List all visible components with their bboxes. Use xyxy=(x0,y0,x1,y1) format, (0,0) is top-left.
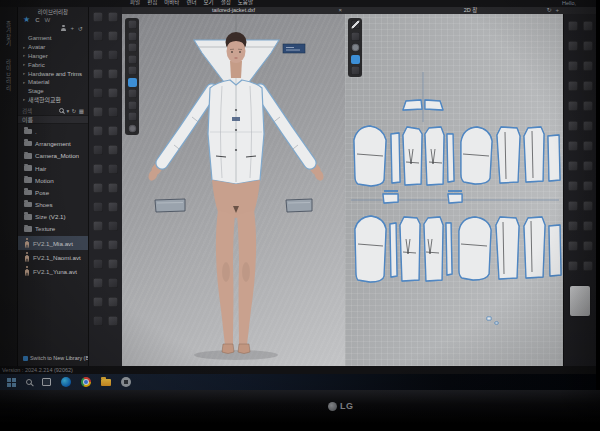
pattern-piece-row1[interactable] xyxy=(354,126,560,186)
search-icon[interactable] xyxy=(59,108,64,113)
pattern-tool-icon-26[interactable] xyxy=(583,261,593,271)
main-tool-icon-28[interactable] xyxy=(108,259,118,269)
folder-row[interactable]: Size (V2.1) xyxy=(18,211,88,223)
settings-app-icon[interactable] xyxy=(121,377,131,387)
avatar-file-row[interactable]: FV2.1_Naomi.avt xyxy=(18,250,88,264)
edge-icon[interactable] xyxy=(61,377,71,387)
view-grid-icon[interactable]: ▦ xyxy=(79,108,84,114)
refresh-2d-icon[interactable]: ↻ xyxy=(546,7,551,14)
workspace-icon[interactable]: W xyxy=(45,17,51,23)
display-toggle-icon-4[interactable] xyxy=(128,55,137,64)
search-dropdown-icon[interactable]: ▾ xyxy=(66,108,69,114)
main-tool-icon-20[interactable] xyxy=(108,183,118,193)
main-tool-icon-9[interactable] xyxy=(93,88,103,98)
pattern-tool-icon-4[interactable] xyxy=(583,41,593,51)
undo-icon[interactable]: ↺ xyxy=(78,25,83,32)
tab-close-icon[interactable]: × xyxy=(338,7,342,14)
pattern-tool-icon-8[interactable] xyxy=(583,81,593,91)
right-sleeve-piece[interactable] xyxy=(260,90,310,163)
folder-row[interactable]: Texture xyxy=(18,223,88,235)
library-tree-item[interactable]: ▸ Hanger xyxy=(23,52,86,61)
menu-item[interactable]: 렌더 xyxy=(186,0,196,5)
pattern-tool-icon-25[interactable] xyxy=(568,261,578,271)
library-tree-item[interactable]: ▸ Garment xyxy=(23,34,86,43)
main-tool-icon-19[interactable] xyxy=(93,183,103,193)
display-toggle-2d-icon-1[interactable] xyxy=(351,20,360,29)
pattern-tool-icon-9[interactable] xyxy=(568,101,578,111)
pattern-tool-icon-19[interactable] xyxy=(568,201,578,211)
pattern-tool-icon-14[interactable] xyxy=(583,141,593,151)
add-avatar-icon[interactable] xyxy=(60,25,66,31)
pattern-tool-icon-13[interactable] xyxy=(568,141,578,151)
main-tool-icon-25[interactable] xyxy=(93,240,103,250)
pattern-tool-icon-23[interactable] xyxy=(568,241,578,251)
main-tool-icon-34[interactable] xyxy=(108,316,118,326)
main-tool-icon-10[interactable] xyxy=(108,88,118,98)
pattern-tool-icon-20[interactable] xyxy=(583,201,593,211)
pattern-tool-icon-21[interactable] xyxy=(568,221,578,231)
main-tool-icon-12[interactable] xyxy=(108,107,118,117)
add-2d-icon[interactable]: + xyxy=(555,7,559,14)
jacket-body-piece[interactable] xyxy=(208,80,264,184)
pattern-tool-icon-5[interactable] xyxy=(568,61,578,71)
dock-tab[interactable]: 즐겨찾기 xyxy=(5,21,13,47)
display-toggle-icon-1[interactable] xyxy=(128,20,137,29)
file-explorer-icon[interactable] xyxy=(101,379,111,387)
display-toggle-2d-icon-4[interactable] xyxy=(351,55,360,64)
main-tool-icon-2[interactable] xyxy=(108,12,118,22)
library-tree-item[interactable]: ▸ Material xyxy=(23,78,86,87)
avatar-file-row[interactable]: FV2.1_Yuna.avt xyxy=(18,264,88,278)
main-tool-icon-13[interactable] xyxy=(93,126,103,136)
display-toggle-icon-8[interactable] xyxy=(128,101,137,110)
canvas-3d[interactable] xyxy=(122,14,345,366)
pattern-tool-icon-2[interactable] xyxy=(583,21,593,31)
main-tool-icon-11[interactable] xyxy=(93,107,103,117)
main-tool-icon-8[interactable] xyxy=(108,69,118,79)
folder-row[interactable]: . xyxy=(18,125,88,137)
menu-item[interactable]: 도움말 xyxy=(238,0,253,5)
display-toggle-icon-9[interactable] xyxy=(128,112,137,121)
pocket-flap-piece-left[interactable] xyxy=(155,199,185,212)
display-toggle-2d-icon-2[interactable] xyxy=(351,32,360,41)
main-tool-icon-27[interactable] xyxy=(93,259,103,269)
pattern-tool-icon-11[interactable] xyxy=(568,121,578,131)
name-column-header[interactable]: 이름 xyxy=(18,115,88,124)
avatar-file-row[interactable]: FV2.1_Mia.avt xyxy=(18,236,88,250)
folder-row[interactable]: Pose xyxy=(18,186,88,198)
chrome-icon[interactable] xyxy=(81,377,91,387)
main-tool-icon-32[interactable] xyxy=(108,297,118,307)
add-item-icon[interactable]: + xyxy=(70,25,74,31)
main-tool-icon-4[interactable] xyxy=(108,31,118,41)
main-tool-icon-6[interactable] xyxy=(108,50,118,60)
main-tool-icon-5[interactable] xyxy=(93,50,103,60)
library-search[interactable]: 검색 ▾ ↻ ▦ xyxy=(18,106,88,115)
library-tree-item[interactable]: ▸ Stage xyxy=(23,87,86,96)
main-tool-icon-18[interactable] xyxy=(108,164,118,174)
pattern-tool-icon-16[interactable] xyxy=(583,161,593,171)
pocket-flap-piece-right[interactable] xyxy=(286,199,312,212)
main-tool-icon-21[interactable] xyxy=(93,202,103,212)
canvas-2d[interactable] xyxy=(345,14,563,366)
connect-icon[interactable]: C xyxy=(35,17,39,23)
garment-tab[interactable]: tailored-jacket.dxf × xyxy=(122,7,345,14)
pattern-tool-icon-22[interactable] xyxy=(583,221,593,231)
folder-row[interactable]: Arrangement xyxy=(18,138,88,150)
pattern-tool-icon-15[interactable] xyxy=(568,161,578,171)
display-toggle-icon-6[interactable] xyxy=(128,78,137,87)
main-tool-icon-14[interactable] xyxy=(108,126,118,136)
main-tool-icon-23[interactable] xyxy=(93,221,103,231)
main-tool-icon-22[interactable] xyxy=(108,202,118,212)
pattern-piece-flaps[interactable] xyxy=(383,191,462,203)
display-toggle-icon-5[interactable] xyxy=(128,66,137,75)
main-tool-icon-17[interactable] xyxy=(93,164,103,174)
main-tool-icon-33[interactable] xyxy=(93,316,103,326)
menu-item[interactable]: 설정 xyxy=(221,0,231,5)
display-toggle-2d-icon-3[interactable] xyxy=(351,43,360,52)
pattern-tool-icon-12[interactable] xyxy=(583,121,593,131)
library-tree-item[interactable]: ▸ Avatar xyxy=(23,43,86,52)
menu-item[interactable]: 편집 xyxy=(147,0,157,5)
main-tool-icon-29[interactable] xyxy=(93,278,103,288)
display-toggle-2d-icon-5[interactable] xyxy=(351,66,360,75)
pattern-tool-icon-10[interactable] xyxy=(583,101,593,111)
display-toggle-icon-7[interactable] xyxy=(128,89,137,98)
